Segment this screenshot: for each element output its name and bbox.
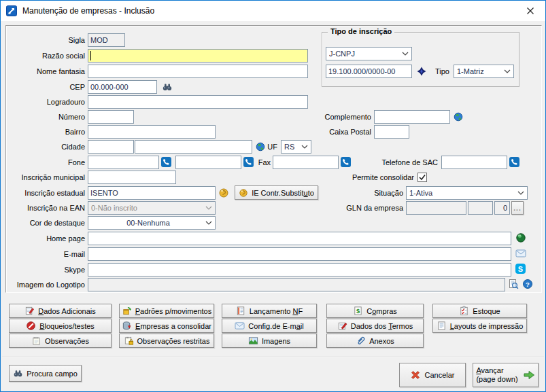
receita-validate-icon[interactable]: [416, 66, 427, 77]
avancar-button[interactable]: Avançar (page down): [473, 363, 539, 387]
chevron-down-icon: [517, 191, 524, 196]
permite-consolidar-label: Permite consolidar: [339, 171, 414, 184]
terms-edit-icon: [337, 321, 347, 331]
close-button[interactable]: [515, 1, 545, 21]
cep-label: CEP: [7, 80, 85, 94]
gln-more-button[interactable]: ...: [511, 201, 524, 215]
inscricao-municipal-field[interactable]: [88, 171, 176, 184]
telefone-sac-label: Telefone de SAC: [370, 156, 438, 169]
title-bar: Manutenção de empresas - Inclusão: [1, 1, 545, 21]
uf-select[interactable]: RS: [281, 140, 311, 154]
note-edit-icon: [24, 306, 35, 316]
gln-field-3[interactable]: [494, 201, 510, 215]
permite-consolidar-checkbox[interactable]: [417, 173, 427, 182]
observacoes-button[interactable]: Observações: [9, 334, 112, 348]
complemento-label: Complemento: [303, 110, 371, 124]
cep-field[interactable]: [88, 80, 157, 94]
dialog-window: Manutenção de empresas - Inclusão Sigla …: [0, 0, 546, 392]
email-label: E-mail: [7, 247, 85, 261]
help-icon[interactable]: ?: [522, 279, 533, 289]
gln-label: GLN da empresa: [335, 201, 403, 215]
dados-adicionais-button[interactable]: Dados Adicionais: [9, 304, 112, 318]
svg-text:?: ?: [526, 281, 530, 288]
tipo-label: Tipo: [429, 65, 449, 78]
estoque-button[interactable]: Estoque: [432, 304, 527, 318]
inscricao-estadual-field[interactable]: [88, 186, 216, 200]
compras-button[interactable]: $ Compras: [326, 304, 424, 318]
observacoes-restritas-button[interactable]: Observações restritas: [119, 334, 214, 348]
layouts-impressao-button[interactable]: Layouts de impressão: [432, 319, 527, 333]
config-email-button[interactable]: Config.de E-mail: [222, 319, 317, 333]
phone-icon[interactable]: [161, 157, 172, 168]
caixa-postal-label: Caixa Postal: [303, 125, 371, 139]
image-preview-icon[interactable]: [508, 279, 519, 289]
bloqueios-testes-button[interactable]: Bloqueios/testes: [9, 319, 112, 333]
logradouro-field[interactable]: [88, 95, 308, 109]
razao-social-field[interactable]: [88, 49, 308, 63]
fone-label: Fone: [7, 156, 85, 169]
fone1-field[interactable]: [88, 156, 159, 169]
email-config-icon: [235, 321, 245, 330]
dados-termos-button[interactable]: Dados dos Termos: [326, 319, 424, 333]
binoculars-icon: [13, 368, 23, 378]
home-page-field[interactable]: [88, 232, 511, 245]
coin-icon: [239, 188, 248, 198]
inscricao-ean-label: Inscrição na EAN: [7, 201, 85, 215]
cancelar-button[interactable]: Cancelar: [399, 363, 466, 387]
caixa-postal-field[interactable]: [374, 125, 409, 139]
lancamento-nf-button[interactable]: Lançamento NF: [222, 304, 317, 318]
fax-field[interactable]: [273, 156, 339, 169]
chevron-down-icon: [402, 52, 409, 56]
svg-text:$: $: [356, 308, 360, 315]
mail-icon[interactable]: [515, 249, 526, 260]
app-icon: [6, 5, 17, 16]
bairro-field[interactable]: [88, 125, 216, 139]
skype-field[interactable]: [88, 263, 511, 277]
globe-icon[interactable]: [453, 111, 464, 122]
gln-field-2[interactable]: [468, 201, 493, 215]
telefone-sac-field[interactable]: [441, 156, 507, 169]
cnpj-field[interactable]: [326, 65, 412, 78]
chevron-down-icon: [301, 145, 308, 149]
tipo-matriz-select[interactable]: 1-Matriz: [454, 65, 514, 78]
coin-icon[interactable]: [218, 188, 229, 198]
ie-contr-substituto-button[interactable]: IE Contr.Substituto: [235, 185, 318, 200]
gln-field-1[interactable]: [406, 201, 466, 215]
cidade-nome-field[interactable]: [135, 140, 252, 154]
empresas-consolidar-button[interactable]: Empresas a consolidar: [119, 319, 214, 333]
text-cursor: [90, 51, 91, 60]
advance-arrow-icon: [523, 370, 535, 380]
email-field[interactable]: [88, 247, 511, 261]
imagens-button[interactable]: Imagens: [222, 334, 317, 348]
padroes-movimentos-button[interactable]: Padrões p/movimentos: [119, 304, 214, 318]
svg-text:S: S: [518, 265, 523, 273]
situacao-label: Situação: [335, 186, 403, 200]
phone-icon[interactable]: [341, 157, 352, 168]
skype-icon[interactable]: S: [515, 264, 526, 274]
chevron-down-icon: [504, 69, 511, 74]
numero-field[interactable]: [88, 110, 134, 124]
fax-label: Fax: [237, 156, 271, 169]
logotipo-label: Imagem do Logotipo: [7, 278, 85, 291]
nome-fantasia-label: Nome fantasia: [7, 65, 85, 78]
nome-fantasia-field[interactable]: [88, 65, 308, 78]
cor-destaque-select[interactable]: 00-Nenhuma: [88, 216, 216, 230]
web-globe-icon[interactable]: [515, 232, 526, 243]
tipo-inscricao-legend: Tipo de inscrição: [328, 27, 394, 35]
tipo-documento-select[interactable]: J-CNPJ: [326, 47, 412, 60]
inscricao-ean-select[interactable]: 0-Não inscrito: [88, 201, 216, 215]
sigla-field[interactable]: [88, 33, 125, 47]
anexos-button[interactable]: Anexos: [326, 334, 424, 348]
phone-icon[interactable]: [509, 157, 520, 168]
binoculars-icon[interactable]: [162, 82, 173, 92]
attachment-icon: [356, 336, 366, 346]
complemento-field[interactable]: [374, 110, 450, 124]
procura-campo-button[interactable]: Procura campo: [9, 365, 82, 382]
skype-label: Skype: [7, 263, 85, 277]
cor-destaque-label: Cor de destaque: [7, 216, 85, 230]
cidade-codigo-field[interactable]: [88, 140, 134, 154]
logotipo-field[interactable]: [88, 278, 505, 291]
situacao-select[interactable]: 1-Ativa: [406, 186, 528, 200]
fone2-field[interactable]: [175, 156, 241, 169]
logradouro-label: Logradouro: [7, 95, 85, 109]
